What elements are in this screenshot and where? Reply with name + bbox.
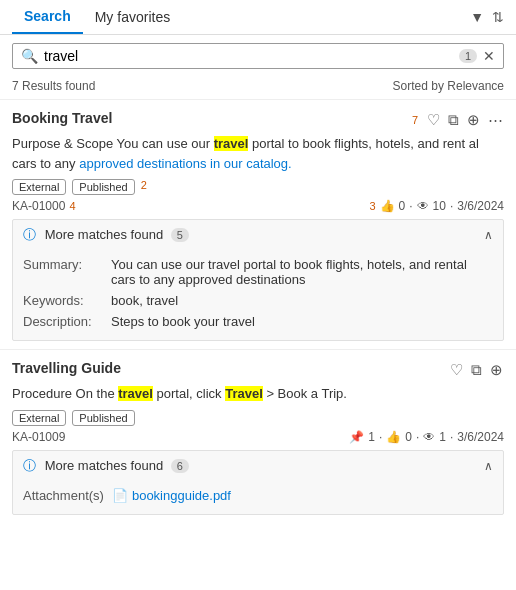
views-count: 10 xyxy=(433,199,446,213)
card-title-booking-travel[interactable]: Booking Travel xyxy=(12,110,112,126)
card-id-section: KA-01000 4 xyxy=(12,199,76,213)
body-text-tg-1: Procedure On the xyxy=(12,386,118,401)
separator-tg-2: · xyxy=(416,430,419,444)
match-label-attachment: Attachment(s) xyxy=(23,488,104,503)
tab-favorites[interactable]: My favorites xyxy=(83,1,182,33)
attachment-count: 1 xyxy=(368,430,375,444)
card-booking-travel: Booking Travel 7 ♡ ⧉ ⊕ ⋯ Purpose & Scope… xyxy=(0,99,516,349)
card-meta-2: KA-01009 📌 1 · 👍 0 · 👁 1 · 3/6/2024 xyxy=(12,430,504,444)
eye-icon-2: 👁 xyxy=(423,430,435,444)
tag-badge: 2 xyxy=(141,179,147,195)
more-matches-body-1: Summary: You can use our travel portal t… xyxy=(13,250,503,340)
search-icon: 🔍 xyxy=(21,48,38,64)
copy-button[interactable]: ⧉ xyxy=(447,110,460,130)
attachment-filename: bookingguide.pdf xyxy=(132,488,231,503)
search-count-badge: 1 xyxy=(459,49,477,63)
thumbsup-icon-2: 👍 xyxy=(386,430,401,444)
sort-icon[interactable]: ⇅ xyxy=(492,9,504,25)
card-travelling-guide: Travelling Guide ♡ ⧉ ⊕ Procedure On the … xyxy=(0,349,516,523)
highlight-travel-1: travel xyxy=(214,136,249,151)
results-sort: Sorted by Relevance xyxy=(393,79,504,93)
info-icon-2: ⓘ xyxy=(23,458,36,473)
match-row-keywords: Keywords: book, travel xyxy=(23,290,493,311)
action-num-top: 7 xyxy=(412,114,418,126)
match-value-keywords: book, travel xyxy=(111,293,178,308)
separator-2: · xyxy=(450,199,453,213)
tag-external-2: External xyxy=(12,410,66,426)
match-label-keywords: Keywords: xyxy=(23,293,103,308)
favorite-button-2[interactable]: ♡ xyxy=(449,360,464,380)
more-matches-label-1: More matches found xyxy=(45,227,164,242)
results-meta: 7 Results found Sorted by Relevance xyxy=(0,77,516,99)
card-stats-2: 📌 1 · 👍 0 · 👁 1 · 3/6/2024 xyxy=(349,430,504,444)
card-header: Booking Travel 7 ♡ ⧉ ⊕ ⋯ xyxy=(12,110,504,130)
match-label-summary: Summary: xyxy=(23,257,103,287)
more-button[interactable]: ⋯ xyxy=(487,110,504,130)
more-matches-toggle-1[interactable]: ⓘ More matches found 5 ∧ xyxy=(13,220,503,250)
search-bar: 🔍 1 ✕ xyxy=(12,43,504,69)
highlight-travel-tg: travel xyxy=(118,386,153,401)
results-count: 7 Results found xyxy=(12,79,95,93)
chevron-up-icon-1: ∧ xyxy=(484,228,493,242)
views-count-2: 1 xyxy=(439,430,446,444)
date-2: 3/6/2024 xyxy=(457,430,504,444)
card-header-2: Travelling Guide ♡ ⧉ ⊕ xyxy=(12,360,504,380)
share-button-2[interactable]: ⊕ xyxy=(489,360,504,380)
body-text-tg-2: portal, click xyxy=(153,386,225,401)
search-clear-button[interactable]: ✕ xyxy=(483,48,495,64)
more-matches-label-2: More matches found xyxy=(45,458,164,473)
card-body-travelling-guide: Procedure On the travel portal, click Tr… xyxy=(12,384,504,404)
tab-actions: ▼ ⇅ xyxy=(470,9,504,25)
body-text-blue: approved destinations in our catalog. xyxy=(79,156,291,171)
card-body-booking-travel: Purpose & Scope You can use our travel p… xyxy=(12,134,504,173)
match-value-summary: You can use our travel portal to book fl… xyxy=(111,257,493,287)
tag-published: Published xyxy=(72,179,134,195)
votes-count-2: 0 xyxy=(405,430,412,444)
body-text-tg-3: > Book a Trip. xyxy=(263,386,347,401)
share-button[interactable]: ⊕ xyxy=(466,110,481,130)
card-meta-1: KA-01000 4 3 👍 0 · 👁 10 · 3/6/2024 xyxy=(12,199,504,213)
search-input[interactable] xyxy=(44,48,453,64)
thumbsup-icon: 👍 xyxy=(380,199,395,213)
more-matches-badge-1: 5 xyxy=(171,228,189,242)
match-row-summary: Summary: You can use our travel portal t… xyxy=(23,254,493,290)
match-value-description: Steps to book your travel xyxy=(111,314,255,329)
votes-count: 0 xyxy=(399,199,406,213)
card-id-section-2: KA-01009 xyxy=(12,430,65,444)
tabs-bar: Search My favorites ▼ ⇅ xyxy=(0,0,516,35)
more-matches-section-2: ⓘ More matches found 6 ∧ Attachment(s) 📄… xyxy=(12,450,504,515)
card-stats: 3 👍 0 · 👁 10 · 3/6/2024 xyxy=(369,199,504,213)
card-actions-2: ♡ ⧉ ⊕ xyxy=(449,360,504,380)
tag-external: External xyxy=(12,179,66,195)
card-id: KA-01000 xyxy=(12,199,65,213)
tag-published-2: Published xyxy=(72,410,134,426)
favorite-button[interactable]: ♡ xyxy=(426,110,441,130)
copy-button-2[interactable]: ⧉ xyxy=(470,360,483,380)
tags: External Published 2 xyxy=(12,179,504,195)
more-matches-body-2: Attachment(s) 📄 bookingguide.pdf xyxy=(13,481,503,514)
tags-2: External Published xyxy=(12,410,504,426)
tab-search[interactable]: Search xyxy=(12,0,83,34)
match-row-attachment: Attachment(s) 📄 bookingguide.pdf xyxy=(23,485,493,506)
more-matches-section-1: ⓘ More matches found 5 ∧ Summary: You ca… xyxy=(12,219,504,341)
paperclip-icon: 📌 xyxy=(349,430,364,444)
filter-icon[interactable]: ▼ xyxy=(470,9,484,25)
attachment-value[interactable]: 📄 bookingguide.pdf xyxy=(112,488,231,503)
card-title-travelling-guide[interactable]: Travelling Guide xyxy=(12,360,121,376)
card-id-2: KA-01009 xyxy=(12,430,65,444)
separator-1: · xyxy=(409,199,412,213)
action-num-right: 3 xyxy=(369,200,375,212)
match-row-description: Description: Steps to book your travel xyxy=(23,311,493,332)
info-icon-1: ⓘ xyxy=(23,227,36,242)
card-id-badge: 4 xyxy=(69,200,75,212)
eye-icon: 👁 xyxy=(417,199,429,213)
separator-tg-1: · xyxy=(379,430,382,444)
card-actions: 7 ♡ ⧉ ⊕ ⋯ xyxy=(412,110,504,130)
more-matches-badge-2: 6 xyxy=(171,459,189,473)
more-matches-toggle-2[interactable]: ⓘ More matches found 6 ∧ xyxy=(13,451,503,481)
pdf-icon: 📄 xyxy=(112,488,128,503)
highlight-Travel-tg: Travel xyxy=(225,386,263,401)
separator-tg-3: · xyxy=(450,430,453,444)
body-text-1: Purpose & Scope You can use our xyxy=(12,136,214,151)
date: 3/6/2024 xyxy=(457,199,504,213)
